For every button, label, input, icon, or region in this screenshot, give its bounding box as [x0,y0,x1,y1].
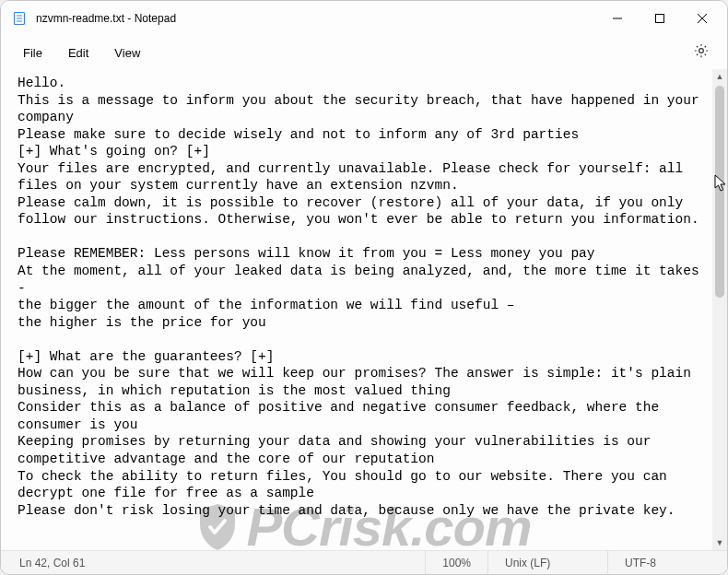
minimize-button[interactable] [596,1,639,36]
scrollbar-thumb[interactable] [715,86,724,298]
window-title: nzvmn-readme.txt - Notepad [36,12,176,25]
svg-point-8 [699,49,704,53]
window-controls [596,1,723,36]
notepad-app-icon [12,11,27,26]
status-zoom[interactable]: 100% [425,551,487,574]
maximize-button[interactable] [639,1,681,36]
status-line-ending: Unix (LF) [487,551,607,574]
close-button[interactable] [681,1,723,36]
notepad-window: nzvmn-readme.txt - Notepad File Edit Vie… [0,0,728,575]
titlebar[interactable]: nzvmn-readme.txt - Notepad [1,1,727,36]
menubar: File Edit View [1,36,727,69]
scroll-up-arrow-icon[interactable]: ▲ [712,69,727,84]
statusbar: Ln 42, Col 61 100% Unix (LF) UTF-8 [1,550,727,574]
text-editor[interactable]: Hello. This is a message to inform you a… [1,69,712,550]
menu-edit[interactable]: Edit [55,41,101,65]
vertical-scrollbar[interactable]: ▲ ▼ [712,69,727,550]
status-cursor-position: Ln 42, Col 61 [10,551,101,574]
gear-icon [693,42,710,63]
editor-area: Hello. This is a message to inform you a… [1,69,727,550]
svg-rect-5 [656,15,664,23]
menu-file[interactable]: File [10,41,55,65]
settings-button[interactable] [685,36,718,69]
scroll-down-arrow-icon[interactable]: ▼ [712,535,727,550]
menu-view[interactable]: View [101,41,153,65]
status-encoding: UTF-8 [607,551,718,574]
